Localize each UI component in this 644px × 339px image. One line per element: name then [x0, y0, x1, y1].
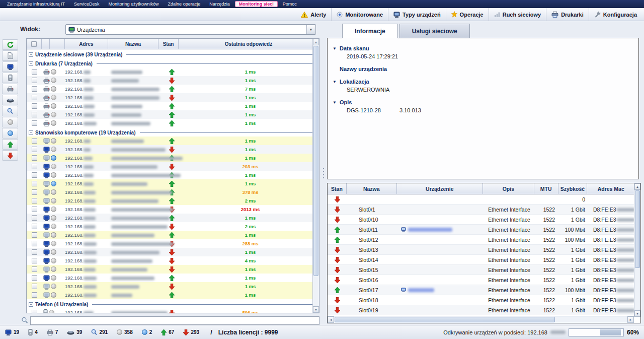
interface-row[interactable]: Slot0/17Ethernet Interface1522100 MbitD8… [328, 285, 640, 295]
interface-table-vscrollbar[interactable]: ▲▼ [634, 183, 640, 317]
interface-row[interactable]: 0192 [328, 194, 640, 205]
scroll-up-button[interactable]: ▲ [313, 39, 319, 45]
device-table-vscrollbar[interactable]: ▲▼ [312, 39, 319, 313]
device-row[interactable]: 192.168.4 ms [27, 256, 319, 265]
interface-row[interactable]: Slot0/11Ethernet Interface1522100 MbitD8… [328, 225, 640, 235]
expand-collapse-icon[interactable]: + [29, 52, 33, 57]
scroll-thumb[interactable] [313, 46, 318, 276]
device-row[interactable]: 192.168.1 ms [27, 137, 319, 145]
row-checkbox[interactable] [32, 103, 37, 109]
globe-blue-button[interactable] [2, 128, 18, 139]
device-row[interactable]: 192.168.7 ms [27, 85, 319, 93]
device-row[interactable]: 192.168.596 ms [27, 308, 319, 313]
device-row[interactable]: 192.168.1 ms [27, 291, 319, 299]
arrow-up-button[interactable] [2, 139, 18, 150]
interface-row[interactable]: Slot0/14Ethernet Interface15221 GbitD8:F… [328, 255, 640, 265]
interface-row[interactable]: Slot0/19Ethernet Interface15221 GbitD8:F… [328, 305, 640, 315]
column-header-urz-dzenie[interactable]: Urządzenie [397, 183, 483, 194]
device-row[interactable]: 192.168.2 ms [27, 196, 319, 205]
row-checkbox[interactable] [32, 86, 37, 92]
row-checkbox[interactable] [32, 172, 37, 178]
column-header-mtu[interactable]: MTU [534, 183, 558, 194]
row-checkbox[interactable] [32, 266, 37, 272]
menu-item-monitoring-sieci[interactable]: Monitoring sieci [235, 1, 278, 7]
interface-row[interactable]: Slot0/16Ethernet Interface15221 GbitD8:F… [328, 275, 640, 285]
globe-gray-button[interactable] [2, 117, 18, 127]
operations-button[interactable]: Operacje [446, 8, 489, 21]
row-checkbox[interactable] [32, 292, 37, 298]
device-row[interactable]: 192.168.1 ms [27, 76, 319, 85]
device-row[interactable]: 192.168.1 ms [27, 154, 319, 162]
row-checkbox[interactable] [32, 232, 37, 238]
device-row[interactable]: 192.168.1 ms [27, 67, 319, 76]
row-checkbox[interactable] [32, 189, 37, 195]
redacted-device-link[interactable] [408, 288, 434, 292]
device-row[interactable]: 192.168.1 ms [27, 231, 319, 239]
device-row[interactable]: 192.168.1 ms [27, 145, 319, 154]
view-dropdown[interactable]: Urządzenia ▼ [65, 24, 316, 35]
row-checkbox[interactable] [32, 164, 37, 169]
snmp-button[interactable] [2, 106, 18, 116]
panel-splitter[interactable] [320, 21, 327, 325]
scroll-thumb[interactable] [635, 190, 640, 268]
row-checkbox[interactable] [32, 138, 37, 144]
row-checkbox[interactable] [32, 249, 37, 255]
row-checkbox[interactable] [32, 224, 37, 229]
column-header-opis[interactable]: Opis [483, 183, 534, 194]
row-checkbox[interactable] [32, 69, 37, 75]
scroll-down-button[interactable]: ▼ [634, 310, 640, 317]
interface-row[interactable]: Slot0/12Ethernet Interface1522100 MbitD8… [328, 235, 640, 245]
row-checkbox[interactable] [32, 241, 37, 246]
interface-row[interactable]: Slot0/1Ethernet Interface15221 GbitD8:FE… [328, 205, 640, 215]
expand-collapse-icon[interactable]: − [29, 61, 33, 66]
menu-item-pomoc[interactable]: Pomoc [279, 1, 301, 7]
row-checkbox[interactable] [32, 258, 37, 263]
menu-item-zarz-dzanie-infrastruktur-it[interactable]: Zarządzanie infrastrukturą IT [3, 1, 69, 7]
column-header-nazwa[interactable]: Nazwa [108, 39, 158, 49]
row-checkbox[interactable] [32, 207, 37, 212]
device-row[interactable]: 192.168.288 ms [27, 239, 319, 248]
interface-row[interactable]: Slot0/10Ethernet Interface15221 GbitD8:F… [328, 215, 640, 225]
device-row[interactable]: 192.168.1 ms [27, 93, 319, 102]
menu-item-narz-dzia[interactable]: Narzędzia [205, 1, 234, 7]
scroll-right-button[interactable]: ► [627, 316, 634, 323]
network-device-button[interactable] [2, 95, 18, 105]
refresh-button[interactable] [2, 39, 18, 50]
chevron-down-icon[interactable]: ▼ [306, 25, 315, 34]
collapse-triangle-icon[interactable]: ▼ [333, 100, 337, 105]
device-row[interactable]: 192.168.2013 ms [27, 205, 319, 214]
device-row[interactable]: 192.168.1 ms [27, 274, 319, 282]
device-row[interactable]: 192.168.1 ms [27, 110, 319, 119]
row-checkbox[interactable] [32, 310, 37, 313]
row-checkbox[interactable] [32, 95, 37, 100]
monitored-button[interactable]: Monitorowane [331, 8, 388, 21]
report-button[interactable] [2, 50, 18, 61]
row-checkbox[interactable] [32, 284, 37, 289]
interface-table-hscrollbar[interactable]: ◄► [328, 316, 634, 323]
collapse-triangle-icon[interactable]: ▼ [333, 46, 337, 51]
row-checkbox[interactable] [32, 198, 37, 204]
tab-informacje[interactable]: Informacje [342, 24, 398, 38]
printer-button[interactable] [2, 84, 18, 94]
column-header-nazwa[interactable]: Nazwa [347, 183, 397, 194]
scroll-thumb[interactable] [335, 317, 555, 322]
column-header-stan[interactable]: Stan [158, 39, 179, 49]
column-header-adres-mac[interactable]: Adres Mac [587, 183, 635, 194]
network-traffic-button[interactable]: Ruch sieciowy [489, 8, 546, 21]
interface-row[interactable]: Slot0/18Ethernet Interface15221 GbitD8:F… [328, 295, 640, 305]
header-checkbox[interactable] [31, 41, 37, 47]
row-checkbox[interactable] [32, 181, 37, 186]
column-header-ostatnia-odpowied-[interactable]: Ostatnia odpowiedź [179, 39, 319, 49]
scroll-up-button[interactable]: ▲ [634, 183, 640, 190]
row-checkbox[interactable] [32, 215, 37, 221]
menu-item-monitoring-u-ytkownik-w[interactable]: Monitoring użytkowników [105, 1, 163, 7]
column-header-adres[interactable]: Adres [65, 39, 108, 49]
device-row[interactable]: 192.168.1 ms [27, 282, 319, 291]
row-checkbox[interactable] [32, 112, 37, 117]
collapse-triangle-icon[interactable]: ▼ [333, 80, 337, 84]
row-checkbox[interactable] [32, 78, 37, 83]
device-row[interactable]: 192.168.1 ms [27, 248, 319, 256]
menu-item-zdalne-operacje[interactable]: Zdalne operacje [164, 1, 205, 7]
scroll-left-button[interactable]: ◄ [328, 316, 334, 323]
device-row[interactable]: 192.168.378 ms [27, 188, 319, 196]
